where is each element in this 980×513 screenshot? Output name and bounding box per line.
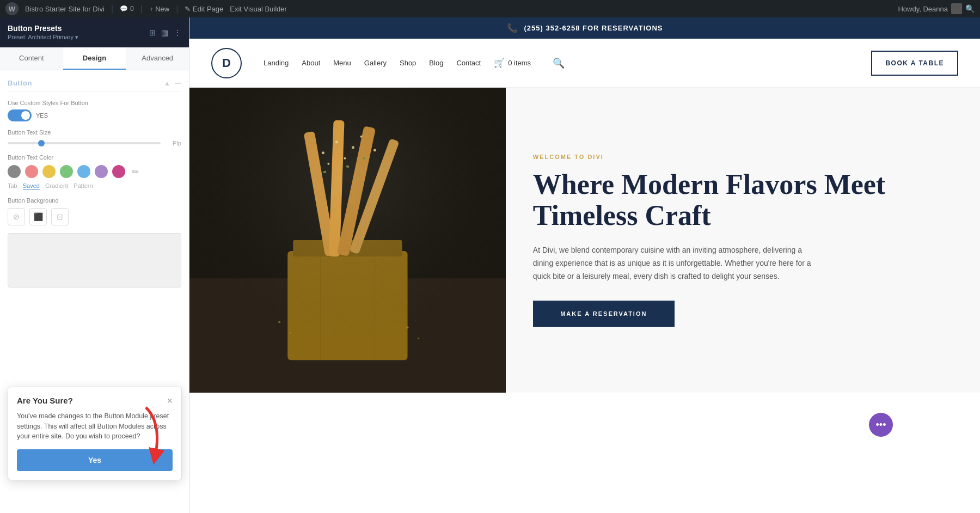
edit-page-button[interactable]: ✎ Edit Page bbox=[185, 5, 223, 13]
grid-icon[interactable]: ▦ bbox=[161, 28, 168, 37]
color-tab-tab[interactable]: Tab bbox=[8, 182, 17, 190]
text-size-slider-row: Plp bbox=[8, 140, 181, 146]
text-size-label: Button Text Size bbox=[8, 129, 181, 136]
svg-rect-25 bbox=[189, 88, 506, 393]
hero-section: WELCOME TO DIVI Where Modern Flavors Mee… bbox=[189, 88, 980, 393]
nav-gallery[interactable]: Gallery bbox=[364, 59, 387, 67]
color-tab-saved[interactable]: Saved bbox=[23, 182, 40, 190]
preview-box bbox=[8, 233, 181, 288]
reservation-button[interactable]: MAKE A RESERVATION bbox=[533, 301, 675, 327]
site-name-link[interactable]: Bistro Starter Site for Divi bbox=[25, 5, 105, 13]
wp-logo-icon[interactable]: W bbox=[5, 2, 19, 15]
nav-contact[interactable]: Contact bbox=[456, 59, 481, 67]
color-blue[interactable] bbox=[77, 165, 90, 178]
avatar bbox=[951, 3, 962, 14]
hero-image bbox=[189, 88, 506, 393]
new-button[interactable]: + New bbox=[149, 5, 169, 13]
confirm-title: Are You Sure? bbox=[17, 396, 73, 405]
restaurant-site: 📞 (255) 352-6258 FOR RESERVATIONS D Land… bbox=[189, 17, 980, 513]
color-tab-pattern[interactable]: Pattern bbox=[74, 182, 93, 190]
bubble-icon: 💬 bbox=[120, 5, 128, 13]
cart-count: 0 items bbox=[508, 59, 531, 67]
more-icon[interactable]: ⋮ bbox=[174, 28, 181, 37]
comments-link[interactable]: 💬 0 bbox=[120, 5, 134, 13]
nav-links: Landing About Menu Gallery Shop Blog Con… bbox=[264, 57, 565, 69]
hero-text: WELCOME TO DIVI Where Modern Flavors Mee… bbox=[506, 88, 980, 393]
left-panel: Button Presets Preset: Architect Primary… bbox=[0, 17, 189, 513]
user-menu[interactable]: Howdy, Deanna 🔍 bbox=[898, 3, 975, 14]
color-grey[interactable] bbox=[8, 165, 21, 178]
section-title: Button bbox=[8, 79, 32, 87]
preset-selector[interactable]: Preset: Architect Primary ▾ bbox=[8, 34, 78, 41]
nav-blog[interactable]: Blog bbox=[429, 59, 443, 67]
site-topbar: 📞 (255) 352-6258 FOR RESERVATIONS bbox=[189, 17, 980, 39]
toggle-yes-label: YES bbox=[36, 112, 48, 119]
color-purple[interactable] bbox=[95, 165, 108, 178]
hero-body: At Divi, we blend contemporary cuisine w… bbox=[533, 244, 816, 283]
maximize-icon[interactable]: ⊞ bbox=[149, 28, 156, 37]
nav-search-icon[interactable]: 🔍 bbox=[553, 57, 565, 69]
cart-area[interactable]: 🛒 0 items bbox=[494, 58, 531, 68]
main-content: 📞 (255) 352-6258 FOR RESERVATIONS D Land… bbox=[189, 17, 980, 513]
use-custom-label: Use Custom Styles For Button bbox=[8, 100, 181, 106]
collapse-icon[interactable]: ▲ bbox=[164, 80, 170, 87]
color-green[interactable] bbox=[60, 165, 73, 178]
confirm-close-button[interactable]: × bbox=[167, 396, 173, 406]
slider-value: Plp bbox=[165, 140, 181, 146]
color-tabs: Tab Saved Gradient Pattern bbox=[8, 182, 181, 190]
site-nav: D Landing About Menu Gallery Shop Blog C… bbox=[189, 39, 980, 88]
use-custom-toggle[interactable] bbox=[8, 109, 32, 121]
color-tab-gradient[interactable]: Gradient bbox=[45, 182, 68, 190]
color-pen-icon[interactable]: ✏ bbox=[132, 167, 139, 177]
floating-dot-menu[interactable]: ••• bbox=[869, 413, 893, 437]
tab-advanced[interactable]: Advanced bbox=[126, 47, 189, 70]
bg-none-option[interactable]: ⊘ bbox=[8, 208, 25, 225]
panel-header-icons: ⊞ ▦ ⋮ bbox=[149, 28, 181, 37]
howdy-label: Howdy, Deanna bbox=[898, 5, 948, 13]
nav-shop[interactable]: Shop bbox=[400, 59, 416, 67]
phone-number: (255) 352-6258 FOR RESERVATIONS bbox=[524, 24, 663, 32]
tab-design[interactable]: Design bbox=[63, 47, 126, 70]
bg-image-option[interactable]: ⊡ bbox=[51, 208, 69, 225]
text-size-slider[interactable] bbox=[8, 142, 161, 144]
cart-icon: 🛒 bbox=[494, 58, 505, 68]
text-color-label: Button Text Color bbox=[8, 154, 181, 161]
bg-color-option[interactable]: ⬛ bbox=[29, 208, 47, 225]
nav-menu[interactable]: Menu bbox=[333, 59, 351, 67]
color-yellow[interactable] bbox=[42, 165, 56, 178]
bg-label: Button Background bbox=[8, 197, 181, 204]
tab-content[interactable]: Content bbox=[0, 47, 63, 70]
nav-landing[interactable]: Landing bbox=[264, 59, 289, 67]
phone-icon: 📞 bbox=[507, 23, 518, 33]
wp-admin-bar: W Bistro Starter Site for Divi | 💬 0 | +… bbox=[0, 0, 980, 17]
exit-builder-button[interactable]: Exit Visual Builder bbox=[230, 5, 287, 13]
color-swatches: ✏ bbox=[8, 165, 181, 178]
bg-options: ⊘ ⬛ ⊡ bbox=[8, 208, 181, 225]
site-logo[interactable]: D bbox=[211, 48, 242, 78]
color-pink[interactable] bbox=[25, 165, 38, 178]
nav-about[interactable]: About bbox=[302, 59, 320, 67]
search-icon[interactable]: 🔍 bbox=[965, 4, 975, 13]
color-magenta[interactable] bbox=[112, 165, 125, 178]
book-table-button[interactable]: BOOK A TABLE bbox=[871, 51, 958, 76]
panel-header: Button Presets Preset: Architect Primary… bbox=[0, 17, 189, 47]
hero-subtitle: WELCOME TO DIVI bbox=[533, 154, 953, 160]
hero-title: Where Modern Flavors Meet Timeless Craft bbox=[533, 169, 953, 231]
panel-title: Button Presets bbox=[8, 24, 78, 33]
panel-tabs: Content Design Advanced bbox=[0, 47, 189, 70]
minus-icon[interactable]: — bbox=[175, 80, 181, 87]
